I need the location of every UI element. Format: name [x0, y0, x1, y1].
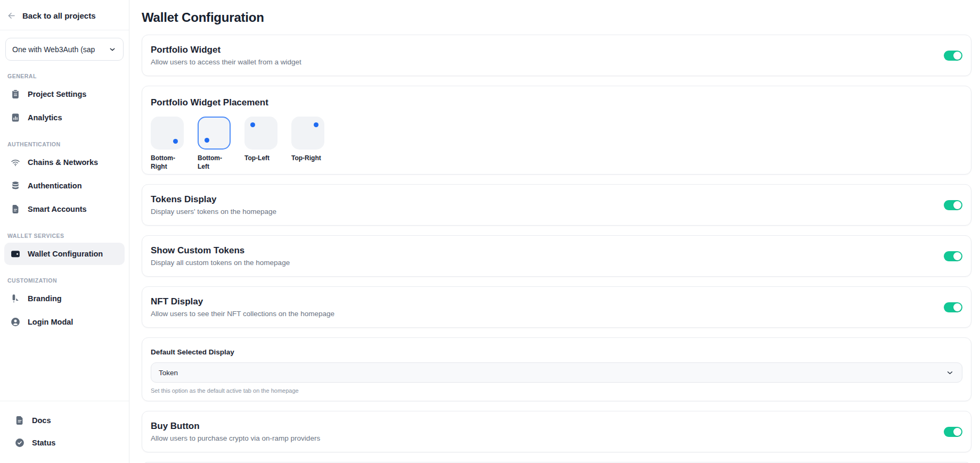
sidebar-item-status[interactable]: Status [9, 432, 120, 453]
placement-label: Bottom-Left [198, 154, 231, 171]
back-to-projects-label: Back to all projects [22, 11, 96, 20]
user-circle-icon [10, 317, 21, 327]
document-icon [14, 415, 25, 426]
placement-option-top-right[interactable]: Top-Right [291, 117, 325, 171]
toggle-knob [953, 252, 961, 260]
check-circle-icon [14, 437, 25, 448]
sidebar-item-label: Smart Accounts [28, 205, 87, 213]
sidebar-item-label: Status [32, 439, 55, 447]
show-custom-tokens-toggle[interactable] [944, 251, 962, 261]
sidebar: Back to all projects One with Web3Auth (… [0, 0, 129, 463]
arrow-left-icon [6, 11, 17, 21]
project-selector[interactable]: One with Web3Auth (sap [5, 38, 124, 61]
card-title: Show Custom Tokens [151, 245, 290, 256]
sidebar-item-wallet-configuration[interactable]: Wallet Configuration [4, 243, 125, 265]
card-title: Buy Button [151, 421, 320, 432]
placement-label: Top-Left [244, 154, 278, 163]
select-label: Default Selected Display [151, 348, 962, 356]
placement-tile [151, 117, 184, 150]
buy-button-toggle[interactable] [944, 427, 962, 437]
back-to-projects-link[interactable]: Back to all projects [0, 0, 129, 30]
project-selector-value: One with Web3Auth (sap [12, 45, 95, 54]
chevron-down-icon [945, 368, 954, 377]
sidebar-section-general: GENERAL [7, 73, 121, 79]
card-nft-display: NFT Display Allow users to see their NFT… [142, 286, 971, 328]
select-help-text: Set this option as the default active ta… [151, 387, 962, 394]
sidebar-item-chains-networks[interactable]: Chains & Networks [4, 151, 125, 173]
database-icon [10, 180, 21, 191]
card-text: Tokens Display Display users' tokens on … [151, 194, 276, 216]
placement-option-bottom-left[interactable]: Bottom-Left [198, 117, 231, 171]
placement-label: Bottom-Right [151, 154, 184, 171]
portfolio-widget-toggle[interactable] [944, 51, 962, 61]
default-display-select[interactable]: Token [151, 362, 962, 383]
file-icon [10, 204, 21, 214]
placement-dot [173, 139, 178, 144]
card-description: Allow users to purchase crypto via on-ra… [151, 434, 320, 442]
sidebar-item-branding[interactable]: Branding [4, 287, 125, 310]
card-portfolio-widget-placement: Portfolio Widget Placement Bottom-Right … [142, 86, 971, 175]
brush-icon [10, 293, 21, 304]
signal-icon [10, 157, 21, 168]
sidebar-item-authentication[interactable]: Authentication [4, 175, 125, 197]
placement-label: Top-Right [291, 154, 325, 163]
toggle-knob [953, 52, 961, 60]
sidebar-nav: GENERAL Project Settings Analytics AUTHE… [0, 73, 129, 333]
sidebar-divider [0, 30, 129, 30]
sidebar-footer: Docs Status [0, 401, 129, 463]
sidebar-item-docs[interactable]: Docs [9, 410, 120, 431]
app-window: Back to all projects One with Web3Auth (… [0, 0, 980, 463]
placement-options: Bottom-Right Bottom-Left Top-Left Top-Ri… [151, 117, 962, 171]
card-title: NFT Display [151, 296, 334, 307]
wallet-icon [10, 249, 21, 259]
select-value: Token [159, 369, 178, 377]
nft-display-toggle[interactable] [944, 302, 962, 312]
sidebar-item-label: Branding [28, 294, 62, 303]
sidebar-item-smart-accounts[interactable]: Smart Accounts [4, 198, 125, 220]
toggle-knob [953, 201, 961, 209]
card-description: Allow users to access their wallet from … [151, 58, 301, 66]
tokens-display-toggle[interactable] [944, 200, 962, 210]
toggle-knob [953, 428, 961, 436]
toggle-knob [953, 303, 961, 311]
placement-tile [244, 117, 277, 150]
page-title: Wallet Configuration [142, 10, 971, 25]
placement-option-bottom-right[interactable]: Bottom-Right [151, 117, 184, 171]
card-description: Allow users to see their NFT collections… [151, 310, 334, 318]
sidebar-item-label: Project Settings [28, 90, 86, 98]
sidebar-item-label: Chains & Networks [28, 158, 98, 167]
card-text: Buy Button Allow users to purchase crypt… [151, 421, 320, 442]
placement-option-top-left[interactable]: Top-Left [244, 117, 278, 171]
card-text: Portfolio Widget Allow users to access t… [151, 45, 301, 66]
sidebar-item-login-modal[interactable]: Login Modal [4, 311, 125, 333]
card-tokens-display: Tokens Display Display users' tokens on … [142, 184, 971, 226]
sidebar-item-project-settings[interactable]: Project Settings [4, 83, 125, 105]
placement-tile [291, 117, 324, 150]
clipboard-icon [10, 89, 21, 100]
chevron-down-icon [108, 45, 117, 54]
sidebar-item-label: Authentication [28, 181, 82, 190]
card-title: Portfolio Widget Placement [151, 97, 962, 108]
card-buy-button: Buy Button Allow users to purchase crypt… [142, 411, 971, 452]
sidebar-item-analytics[interactable]: Analytics [4, 106, 125, 129]
card-title: Portfolio Widget [151, 45, 301, 55]
placement-dot [205, 138, 209, 143]
analytics-icon [10, 112, 21, 123]
card-description: Display all custom tokens on the homepag… [151, 259, 290, 267]
sidebar-item-label: Login Modal [28, 318, 73, 326]
sidebar-section-authentication: AUTHENTICATION [7, 141, 121, 147]
card-text: Show Custom Tokens Display all custom to… [151, 245, 290, 267]
sidebar-item-label: Wallet Configuration [28, 250, 103, 258]
sidebar-section-customization: CUSTOMIZATION [7, 277, 121, 284]
card-description: Display users' tokens on the homepage [151, 208, 276, 216]
sidebar-item-label: Analytics [28, 113, 62, 122]
placement-tile [198, 117, 231, 150]
card-text: NFT Display Allow users to see their NFT… [151, 296, 334, 318]
card-default-selected-display: Default Selected Display Token Set this … [142, 337, 971, 401]
placement-dot [314, 122, 318, 127]
placement-dot [250, 122, 255, 127]
sidebar-item-label: Docs [32, 416, 51, 425]
card-portfolio-widget: Portfolio Widget Allow users to access t… [142, 35, 971, 76]
settings-cards: Portfolio Widget Allow users to access t… [142, 35, 971, 463]
card-title: Tokens Display [151, 194, 276, 205]
